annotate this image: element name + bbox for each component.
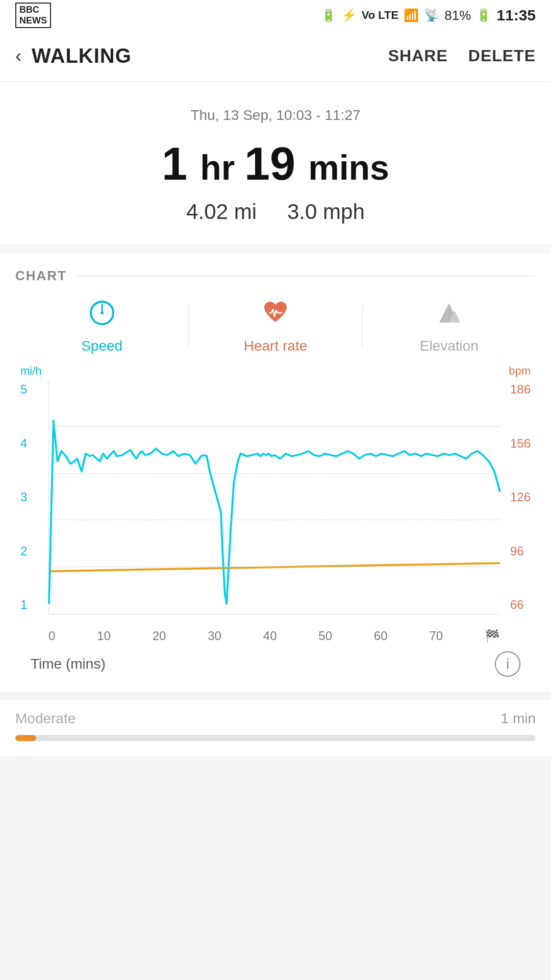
heart-rate-tab-label: Heart rate <box>244 338 308 354</box>
bluetooth-icon: ⚡ <box>341 8 357 22</box>
chart-wrapper: mi/h bpm 1 2 3 4 5 66 96 126 156 186 <box>48 380 500 615</box>
y-left-4: 4 <box>20 436 27 451</box>
x-label-70: 70 <box>429 629 443 643</box>
time-label-row: Time (mins) i <box>15 643 536 682</box>
x-axis-labels: 0 10 20 30 40 50 60 70 🏁 <box>48 625 500 643</box>
grid-line-1 <box>49 567 500 567</box>
tab-elevation[interactable]: Elevation <box>363 299 536 354</box>
duration-minutes: 19 <box>244 138 295 189</box>
battery-icon: 🔋 <box>321 8 336 22</box>
tab-speed[interactable]: Speed <box>15 299 188 354</box>
speed-stat: 3.0 mph <box>287 200 365 224</box>
y-right-66: 66 <box>510 598 531 612</box>
heart-rate-icon <box>262 299 289 333</box>
y-right-156: 156 <box>510 436 531 451</box>
speed-line <box>49 421 500 604</box>
duration-hours: 1 <box>162 138 187 189</box>
bbc-logo: BBCNEWS <box>15 3 51 28</box>
date-range: Thu, 13 Sep, 10:03 - 11:27 <box>20 107 531 124</box>
main-content: Thu, 13 Sep, 10:03 - 11:27 1 hr 19 mins … <box>0 82 551 756</box>
x-label-30: 30 <box>208 629 221 643</box>
x-label-0: 0 <box>48 629 55 643</box>
y-right-96: 96 <box>510 544 531 558</box>
back-button[interactable]: ‹ <box>15 45 21 67</box>
duration-label: 1 min <box>501 710 536 727</box>
header-actions: SHARE DELETE <box>388 46 536 65</box>
y-left-5: 5 <box>20 382 27 397</box>
chart-tabs: Speed Heart rate <box>15 294 536 359</box>
grid-line-3 <box>49 473 500 474</box>
grid-line-2 <box>49 520 500 520</box>
x-axis-title: Time (mins) <box>31 656 106 672</box>
page-header: ‹ WALKING SHARE DELETE <box>0 31 551 82</box>
svg-point-2 <box>101 311 104 314</box>
battery-percent: 81% <box>444 8 471 23</box>
chart-area <box>48 380 500 615</box>
y-left-3: 3 <box>20 490 27 504</box>
progress-bar-track <box>15 735 536 741</box>
bottom-bar: Moderate 1 min <box>0 700 551 756</box>
chart-section: CHART Speed <box>0 253 551 692</box>
x-label-20: 20 <box>153 629 166 643</box>
y-unit-right: bpm <box>509 364 531 378</box>
signal-icon: 📡 <box>424 8 439 22</box>
x-label-40: 40 <box>263 629 277 643</box>
chart-label: CHART <box>15 268 536 284</box>
page-title: WALKING <box>32 44 388 67</box>
moderate-label: Moderate <box>15 710 76 727</box>
y-right-126: 126 <box>510 490 531 504</box>
info-button[interactable]: i <box>495 651 520 677</box>
x-label-flag: 🏁 <box>485 629 500 643</box>
bottom-bar-row: Moderate 1 min <box>15 710 536 727</box>
delete-button[interactable]: DELETE <box>468 46 536 65</box>
share-button[interactable]: SHARE <box>388 46 448 65</box>
status-icons: 🔋 ⚡ Vo LTE 📶 📡 81% 🔋 11:35 <box>321 7 536 24</box>
grid-line-4 <box>49 426 500 427</box>
x-label-60: 60 <box>374 629 388 643</box>
chart-svg <box>49 380 500 614</box>
lte-icon: Vo LTE <box>362 9 399 22</box>
y-left-1: 1 <box>20 598 27 612</box>
stats-row: 4.02 mi 3.0 mph <box>20 200 531 224</box>
speed-tab-label: Speed <box>81 338 122 354</box>
elevation-icon <box>435 299 463 333</box>
duration-min-unit: mins <box>308 148 389 187</box>
battery-bar-icon: 🔋 <box>476 8 491 22</box>
y-left-2: 2 <box>20 544 27 558</box>
x-label-10: 10 <box>97 629 111 643</box>
duration-display: 1 hr 19 mins <box>20 139 531 189</box>
tab-heart-rate[interactable]: Heart rate <box>189 299 362 354</box>
summary-section: Thu, 13 Sep, 10:03 - 11:27 1 hr 19 mins … <box>0 82 551 244</box>
y-unit-left: mi/h <box>20 364 42 378</box>
distance-stat: 4.02 mi <box>186 200 257 224</box>
elevation-tab-label: Elevation <box>420 338 479 354</box>
y-right-186: 186 <box>510 382 531 397</box>
y-labels-left: 1 2 3 4 5 <box>20 380 27 615</box>
y-labels-right: 66 96 126 156 186 <box>510 380 531 615</box>
status-time: 11:35 <box>496 7 536 24</box>
x-label-50: 50 <box>318 629 332 643</box>
progress-bar-fill <box>15 735 36 741</box>
duration-hr-unit: hr <box>200 148 244 187</box>
speed-icon <box>88 299 116 333</box>
wifi-icon: 📶 <box>404 8 419 22</box>
info-icon: i <box>506 656 509 672</box>
status-bar: BBCNEWS 🔋 ⚡ Vo LTE 📶 📡 81% 🔋 11:35 <box>0 0 551 31</box>
